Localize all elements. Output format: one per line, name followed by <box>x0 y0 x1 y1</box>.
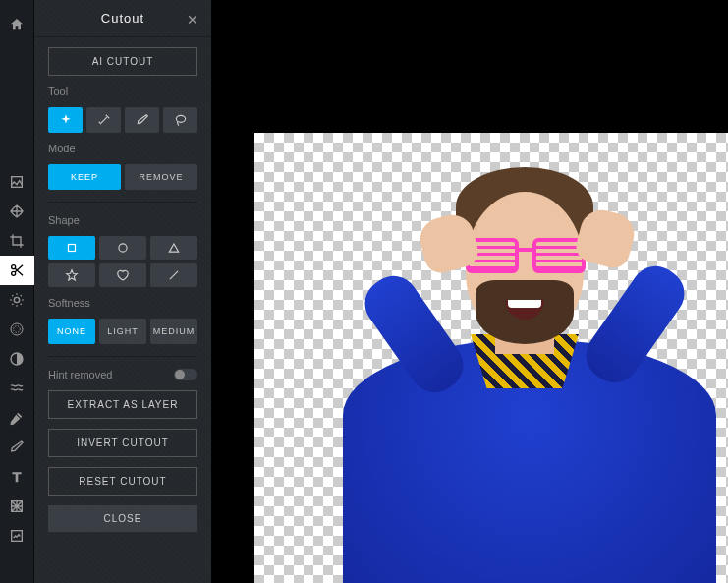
shape-square-button[interactable] <box>48 236 95 260</box>
mode-remove-button[interactable]: REMOVE <box>125 164 197 190</box>
svg-point-11 <box>119 244 127 252</box>
panel-title: Cutout <box>101 11 144 26</box>
shape-line-button[interactable] <box>150 263 197 287</box>
extract-layer-button[interactable]: EXTRACT AS LAYER <box>48 390 197 419</box>
svg-point-3 <box>14 297 19 302</box>
cutout-panel: Cutout ✕ AI CUTOUT Tool Mode KEEP REMOVE… <box>34 0 211 583</box>
contrast-tool-icon[interactable] <box>0 344 34 374</box>
reset-cutout-button[interactable]: RESET CUTOUT <box>48 467 197 496</box>
image-tool-icon[interactable] <box>0 167 34 197</box>
mode-keep-button[interactable]: KEEP <box>48 164 121 190</box>
divider <box>48 202 197 203</box>
tool-lasso-button[interactable] <box>163 107 197 133</box>
liquify-tool-icon[interactable] <box>0 374 34 403</box>
softness-light-button[interactable]: LIGHT <box>99 319 146 344</box>
text-tool-icon[interactable] <box>0 462 34 492</box>
frame-tool-icon[interactable] <box>0 521 34 551</box>
shape-circle-button[interactable] <box>99 236 146 260</box>
panel-header: Cutout ✕ <box>34 0 211 37</box>
brush-tool-icon[interactable] <box>0 433 34 462</box>
crop-tool-icon[interactable] <box>0 226 34 256</box>
tool-magic-button[interactable] <box>48 107 83 133</box>
invert-cutout-button[interactable]: INVERT CUTOUT <box>48 429 197 457</box>
retouch-tool-icon[interactable] <box>0 403 34 433</box>
adjust-tool-icon[interactable] <box>0 285 34 315</box>
divider <box>48 356 197 357</box>
shape-triangle-button[interactable] <box>150 236 197 260</box>
filter-tool-icon[interactable] <box>0 315 34 344</box>
tool-brush-button[interactable] <box>125 107 159 133</box>
tool-label: Tool <box>48 86 197 97</box>
cutout-tool-icon[interactable] <box>0 256 34 285</box>
ai-cutout-button[interactable]: AI CUTOUT <box>48 47 197 76</box>
svg-rect-10 <box>69 245 76 252</box>
canvas[interactable] <box>254 133 728 583</box>
pattern-tool-icon[interactable] <box>0 492 34 521</box>
svg-point-9 <box>176 115 185 122</box>
softness-label: Softness <box>48 297 197 309</box>
cutout-subject <box>313 143 728 583</box>
hint-toggle[interactable] <box>174 369 197 380</box>
shape-label: Shape <box>48 214 197 226</box>
svg-rect-8 <box>12 531 23 542</box>
shape-star-button[interactable] <box>48 263 95 287</box>
svg-point-4 <box>11 323 23 335</box>
tool-wand-button[interactable] <box>86 107 121 133</box>
hint-label: Hint removed <box>48 369 112 380</box>
svg-point-5 <box>14 326 21 333</box>
close-button[interactable]: CLOSE <box>48 505 197 532</box>
shape-heart-button[interactable] <box>99 263 146 287</box>
main-toolbar <box>0 0 34 583</box>
close-icon[interactable]: ✕ <box>187 12 199 28</box>
mode-label: Mode <box>48 143 197 154</box>
canvas-area <box>211 0 728 583</box>
move-tool-icon[interactable] <box>0 197 34 226</box>
softness-medium-button[interactable]: MEDIUM <box>150 319 197 344</box>
softness-none-button[interactable]: NONE <box>48 319 95 344</box>
home-icon[interactable] <box>0 10 34 39</box>
